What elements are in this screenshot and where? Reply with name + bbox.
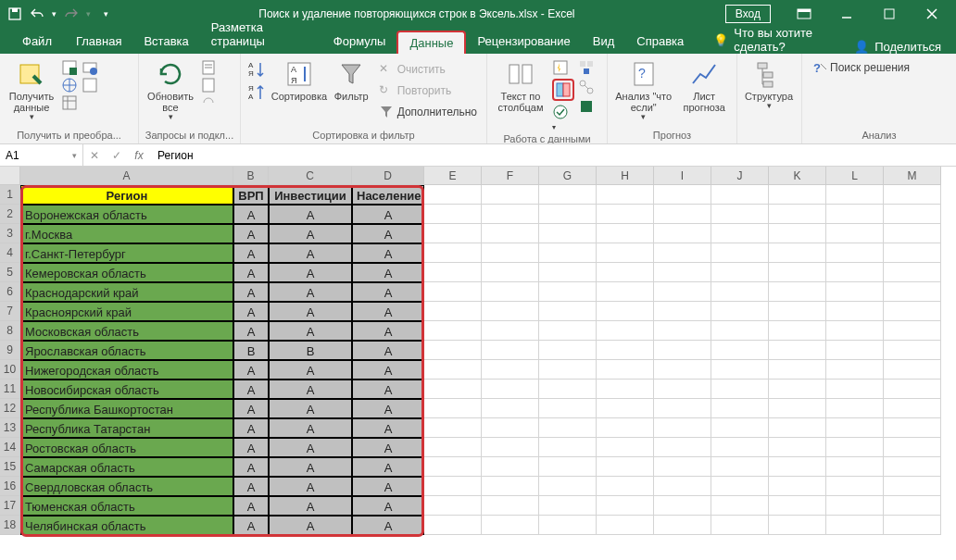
- cell-empty[interactable]: [597, 380, 654, 399]
- cell-D13[interactable]: A: [352, 418, 424, 438]
- cell-A7[interactable]: Красноярский край: [20, 302, 233, 321]
- cell-empty[interactable]: [482, 380, 539, 399]
- cell-empty[interactable]: [654, 360, 711, 380]
- cell-empty[interactable]: [769, 399, 826, 418]
- cell-empty[interactable]: [769, 205, 826, 224]
- save-icon[interactable]: [7, 6, 22, 21]
- cell-B16[interactable]: A: [233, 477, 269, 496]
- cell-C15[interactable]: A: [269, 457, 352, 477]
- cell-C4[interactable]: A: [269, 243, 352, 263]
- data-model-icon[interactable]: [578, 98, 595, 115]
- existing-conn-icon[interactable]: [82, 77, 98, 93]
- cell-empty[interactable]: [711, 321, 769, 341]
- cell-empty[interactable]: [769, 243, 826, 263]
- cell-empty[interactable]: [826, 302, 884, 321]
- cell-empty[interactable]: [826, 282, 884, 302]
- cell-empty[interactable]: [884, 516, 941, 535]
- cell-empty[interactable]: [482, 224, 539, 243]
- cell-empty[interactable]: [826, 243, 884, 263]
- row-header-6[interactable]: 6: [0, 282, 20, 302]
- cell-empty[interactable]: [711, 263, 769, 282]
- cell-A2[interactable]: Воронежская область: [20, 205, 233, 224]
- cell-empty[interactable]: [482, 477, 539, 496]
- cell-empty[interactable]: [597, 282, 654, 302]
- cell-empty[interactable]: [711, 477, 769, 496]
- cell-B15[interactable]: A: [233, 457, 269, 477]
- cell-empty[interactable]: [769, 282, 826, 302]
- cell-D11[interactable]: A: [352, 380, 424, 399]
- cell-empty[interactable]: [482, 243, 539, 263]
- cell-empty[interactable]: [711, 282, 769, 302]
- cell-empty[interactable]: [539, 418, 597, 438]
- row-header-18[interactable]: 18: [0, 516, 20, 535]
- cell-B13[interactable]: A: [233, 418, 269, 438]
- cell-empty[interactable]: [654, 185, 711, 205]
- cell-empty[interactable]: [424, 418, 482, 438]
- consolidate-icon[interactable]: [578, 59, 595, 76]
- cell-empty[interactable]: [482, 418, 539, 438]
- remove-duplicates-button[interactable]: [552, 79, 574, 101]
- cell-empty[interactable]: [884, 205, 941, 224]
- tab-file[interactable]: Файл: [9, 29, 65, 54]
- cell-empty[interactable]: [482, 185, 539, 205]
- col-header-H[interactable]: H: [597, 167, 654, 185]
- col-header-I[interactable]: I: [654, 167, 711, 185]
- cell-B9[interactable]: B: [233, 341, 269, 360]
- cell-empty[interactable]: [711, 399, 769, 418]
- cell-empty[interactable]: [711, 224, 769, 243]
- cell-empty[interactable]: [424, 282, 482, 302]
- cell-C17[interactable]: A: [269, 496, 352, 516]
- cell-D14[interactable]: A: [352, 438, 424, 457]
- tab-data[interactable]: Данные: [396, 31, 466, 54]
- cell-empty[interactable]: [769, 302, 826, 321]
- cell-D1[interactable]: Население: [352, 185, 424, 205]
- cell-A14[interactable]: Ростовская область: [20, 438, 233, 457]
- cell-B5[interactable]: A: [233, 263, 269, 282]
- cell-empty[interactable]: [884, 399, 941, 418]
- enter-formula-icon[interactable]: ✓: [106, 149, 128, 162]
- cell-empty[interactable]: [711, 185, 769, 205]
- cell-empty[interactable]: [654, 282, 711, 302]
- cell-empty[interactable]: [539, 516, 597, 535]
- cell-empty[interactable]: [884, 185, 941, 205]
- cell-A10[interactable]: Нижегородская область: [20, 360, 233, 380]
- cell-B14[interactable]: A: [233, 438, 269, 457]
- cell-empty[interactable]: [424, 438, 482, 457]
- cell-C10[interactable]: A: [269, 360, 352, 380]
- cancel-formula-icon[interactable]: ✕: [83, 149, 106, 162]
- properties-icon[interactable]: [200, 77, 217, 93]
- filter-button[interactable]: Фильтр: [332, 56, 371, 102]
- recent-sources-icon[interactable]: [82, 59, 98, 76]
- reapply-button[interactable]: ↻Повторить: [375, 81, 481, 101]
- cell-empty[interactable]: [539, 477, 597, 496]
- row-header-14[interactable]: 14: [0, 438, 20, 457]
- cell-empty[interactable]: [826, 457, 884, 477]
- cell-empty[interactable]: [654, 224, 711, 243]
- col-header-B[interactable]: B: [233, 167, 269, 185]
- cell-B3[interactable]: A: [233, 224, 269, 243]
- advanced-filter-button[interactable]: Дополнительно: [375, 102, 481, 122]
- cell-empty[interactable]: [597, 185, 654, 205]
- cell-empty[interactable]: [654, 438, 711, 457]
- tab-insert[interactable]: Вставка: [132, 29, 199, 54]
- cell-C16[interactable]: A: [269, 477, 352, 496]
- cell-empty[interactable]: [424, 185, 482, 205]
- cell-empty[interactable]: [769, 516, 826, 535]
- cell-empty[interactable]: [769, 224, 826, 243]
- row-header-7[interactable]: 7: [0, 302, 20, 321]
- cell-B11[interactable]: A: [233, 380, 269, 399]
- undo-icon[interactable]: [30, 6, 44, 21]
- cell-empty[interactable]: [654, 302, 711, 321]
- cell-D18[interactable]: A: [352, 516, 424, 535]
- close-icon[interactable]: [912, 0, 952, 28]
- cell-empty[interactable]: [424, 496, 482, 516]
- cell-B17[interactable]: A: [233, 496, 269, 516]
- cell-empty[interactable]: [884, 302, 941, 321]
- cell-empty[interactable]: [482, 438, 539, 457]
- cell-empty[interactable]: [424, 302, 482, 321]
- whatif-button[interactable]: ? Анализ "что если" ▾: [613, 56, 673, 122]
- cell-D2[interactable]: A: [352, 205, 424, 224]
- cell-A6[interactable]: Краснодарский край: [20, 282, 233, 302]
- cell-D10[interactable]: A: [352, 360, 424, 380]
- clear-filter-button[interactable]: ✕Очистить: [375, 59, 481, 80]
